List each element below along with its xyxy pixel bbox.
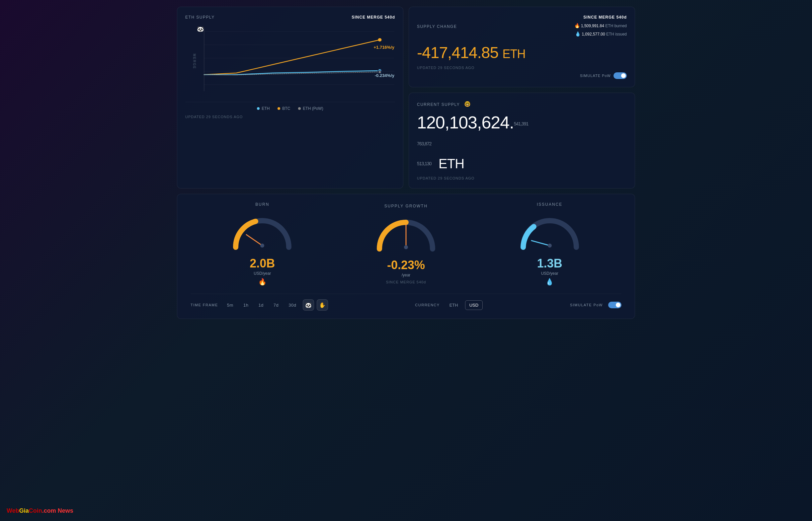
supply-growth-title: SUPPLY GROWTH xyxy=(384,204,428,208)
eth-supply-card: ETH SUPPLY SINCE MERGE 540d MERGE xyxy=(177,7,403,188)
eth-rate-label: -0.234%/y xyxy=(375,73,394,78)
issuance-gauge-icon: 💧 xyxy=(545,278,554,286)
burned-row: 🔥 1,509,991.84 ETH burned xyxy=(574,22,627,30)
hand-icon-btn[interactable]: ✋ xyxy=(317,299,328,311)
top-row: ETH SUPPLY SINCE MERGE 540d MERGE xyxy=(177,7,635,188)
supply-growth-value: -0.23% xyxy=(387,258,425,272)
supply-growth-unit: /year xyxy=(402,273,411,277)
watermark-web: Web xyxy=(7,507,19,514)
supply-growth-since: SINCE MERGE 540d xyxy=(386,280,426,284)
simulate-pow-row: SIMULATE PoW xyxy=(417,72,627,79)
current-supply-icon: 🤓 xyxy=(464,101,471,107)
chart-legend: ETH BTC ETH (PoW) xyxy=(185,102,395,111)
svg-text:🐼: 🐼 xyxy=(197,26,204,32)
legend-eth: ETH xyxy=(257,106,270,111)
burn-gauge-title: BURN xyxy=(255,202,269,207)
eth-supply-chart: MERGE 🐼 xyxy=(183,25,398,98)
btc-rate-label: +1.716%/y xyxy=(374,45,394,50)
bottom-row: BURN 2.0B USD/year 🔥 xyxy=(177,194,635,319)
timeframe-1h[interactable]: 1h xyxy=(240,300,252,310)
eth-dot xyxy=(257,107,260,110)
current-supply-header: CURRENT SUPPLY 🤓 xyxy=(417,101,627,107)
burn-gauge-svg xyxy=(229,211,295,254)
currency-label: CURRENCY xyxy=(415,303,439,307)
svg-point-13 xyxy=(404,220,408,224)
supply-change-card: SUPPLY CHANGE SINCE MERGE 540d 🔥 1,509,9… xyxy=(409,7,635,87)
timeframe-7d[interactable]: 7d xyxy=(270,300,282,310)
current-supply-updated: UPDATED 29 SECONDS AGO xyxy=(417,176,627,180)
discord-icon-btn[interactable]: 🐼 xyxy=(303,299,314,311)
issuance-gauge-title: ISSUANCE xyxy=(537,202,562,207)
simulate-pow-bottom-label: SIMULATE PoW xyxy=(570,303,603,307)
svg-point-11 xyxy=(260,244,264,248)
eth-supply-title: ETH SUPPLY xyxy=(185,15,215,20)
burn-gauge-value: 2.0B xyxy=(250,256,275,270)
watermark-gia: Gia xyxy=(19,507,29,514)
currency-group: CURRENCY ETH USD xyxy=(415,300,483,310)
svg-point-14 xyxy=(404,245,408,249)
current-supply-card: CURRENT SUPPLY 🤓 120,103,624.541,391763,… xyxy=(409,93,635,188)
timeframe-1d[interactable]: 1d xyxy=(255,300,267,310)
burn-gauge-wrapper xyxy=(229,211,295,254)
eth-supply-since-merge: SINCE MERGE 540d xyxy=(352,15,395,20)
currency-usd[interactable]: USD xyxy=(465,300,483,310)
supply-growth-gauge-section: SUPPLY GROWTH -0.23% /year xyxy=(334,204,478,284)
supply-change-details: 🔥 1,509,991.84 ETH burned 💧 1,092,577.00… xyxy=(574,22,627,38)
watermark-coin: Coin xyxy=(29,507,42,514)
supply-change-since-merge: SINCE MERGE 540d xyxy=(583,15,627,20)
right-top-column: SUPPLY CHANGE SINCE MERGE 540d 🔥 1,509,9… xyxy=(409,7,635,188)
burn-gauge-section: BURN 2.0B USD/year 🔥 xyxy=(190,202,334,286)
issuance-gauge-svg xyxy=(517,211,583,254)
simulate-pow-bottom-group: SIMULATE PoW xyxy=(570,302,622,308)
dashboard: ETH SUPPLY SINCE MERGE 540d MERGE xyxy=(177,7,635,319)
gauges-container: BURN 2.0B USD/year 🔥 xyxy=(190,202,622,286)
issuance-gauge-value: 1.3B xyxy=(537,256,562,270)
issuance-gauge-wrapper xyxy=(517,211,583,254)
legend-eth-pow: ETH (PoW) xyxy=(298,106,323,111)
svg-line-15 xyxy=(532,241,550,246)
svg-point-7 xyxy=(378,38,382,42)
timeframe-30d[interactable]: 30d xyxy=(285,300,300,310)
supply-change-header-right: SINCE MERGE 540d 🔥 1,509,991.84 ETH burn… xyxy=(574,15,627,38)
issuance-gauge-unit: USD/year xyxy=(541,271,558,276)
supply-growth-gauge-svg xyxy=(373,212,439,255)
svg-point-16 xyxy=(548,244,552,248)
btc-dot xyxy=(277,107,280,110)
burn-gauge-unit: USD/year xyxy=(254,271,271,276)
watermark-rest: .com News xyxy=(42,507,73,514)
supply-chart-svg: 🐼 xyxy=(183,25,398,98)
eth-supply-updated: UPDATED 29 SECONDS AGO xyxy=(185,115,395,119)
issued-row: 💧 1,092,577.00 ETH issued xyxy=(574,30,627,38)
supply-change-header: SUPPLY CHANGE SINCE MERGE 540d 🔥 1,509,9… xyxy=(417,15,627,38)
watermark: WebGiaCoin.com News xyxy=(7,507,73,514)
simulate-pow-toggle[interactable] xyxy=(613,72,627,79)
timeframe-label: TIME FRAME xyxy=(190,303,218,307)
timeframe-group: TIME FRAME 5m 1h 1d 7d 30d 🐼 ✋ xyxy=(190,299,328,311)
currency-eth[interactable]: ETH xyxy=(445,300,463,310)
legend-btc: BTC xyxy=(277,106,290,111)
eth-supply-header: ETH SUPPLY SINCE MERGE 540d xyxy=(185,15,395,20)
supply-change-value: -417,414.85 ETH xyxy=(417,43,627,62)
timeframe-5m[interactable]: 5m xyxy=(223,300,237,310)
current-supply-value: 120,103,624.541,391763,872513,130 ETH xyxy=(417,113,627,172)
burn-gauge-icon: 🔥 xyxy=(258,278,267,286)
bottom-controls: TIME FRAME 5m 1h 1d 7d 30d 🐼 ✋ CURRENCY … xyxy=(190,294,622,311)
issuance-gauge-section: ISSUANCE 1.3B USD/year 💧 xyxy=(478,202,622,286)
merge-label: MERGE xyxy=(193,54,196,69)
simulate-pow-bottom-toggle[interactable] xyxy=(608,302,622,308)
supply-change-title: SUPPLY CHANGE xyxy=(417,24,457,29)
svg-line-10 xyxy=(246,234,262,246)
supply-change-updated: UPDATED 29 SECONDS AGO xyxy=(417,66,627,70)
supply-growth-gauge-wrapper xyxy=(373,212,439,255)
eth-pow-dot xyxy=(298,107,301,110)
current-supply-title: CURRENT SUPPLY 🤓 xyxy=(417,101,471,107)
